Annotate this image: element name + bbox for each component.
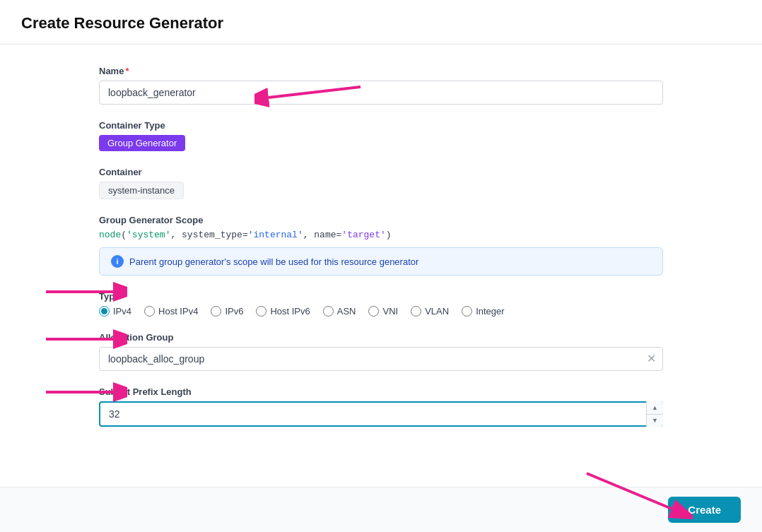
scope-group: Group Generator Scope node('system', sys…: [99, 215, 663, 276]
name-group: Name*: [99, 66, 663, 105]
create-button[interactable]: Create: [668, 497, 741, 523]
type-radio-group: IPv4 Host IPv4 IPv6 Host IPv6 ASN: [99, 306, 663, 317]
info-text: Parent group generator's scope will be u…: [129, 256, 418, 267]
radio-ipv6[interactable]: IPv6: [211, 306, 243, 317]
alloc-group-input[interactable]: [99, 347, 663, 371]
radio-ipv4[interactable]: IPv4: [99, 306, 131, 317]
radio-vni[interactable]: VNI: [368, 306, 398, 317]
container-type-label: Container Type: [99, 120, 663, 131]
alloc-group-label: Allocation Group: [99, 332, 663, 343]
subnet-prefix-input-wrap: ▲ ▼: [99, 401, 663, 427]
subnet-prefix-group: Subnet Prefix Length ▲ ▼: [99, 386, 663, 427]
scope-text: node('system', system_type='internal', n…: [99, 230, 663, 240]
page-header: Create Resource Generator: [0, 0, 762, 45]
type-label: Type: [99, 291, 663, 302]
container-label: Container: [99, 167, 663, 177]
name-label: Name*: [99, 66, 663, 76]
form-area: Name* Container Type Group Generator Con…: [0, 45, 762, 463]
radio-integer[interactable]: Integer: [462, 306, 504, 317]
footer: Create: [0, 487, 762, 532]
alloc-group-clear-button[interactable]: ✕: [647, 353, 656, 365]
spin-up-button[interactable]: ▲: [647, 401, 663, 415]
info-icon: i: [111, 255, 124, 268]
page-title: Create Resource Generator: [21, 14, 741, 32]
page-container: Create Resource Generator Name* Containe…: [0, 0, 762, 532]
radio-vlan[interactable]: VLAN: [411, 306, 449, 317]
radio-host-ipv6[interactable]: Host IPv6: [256, 306, 310, 317]
alloc-group-input-wrap: ✕: [99, 347, 663, 371]
spin-down-button[interactable]: ▼: [647, 415, 663, 427]
container-type-badge: Group Generator: [99, 135, 185, 151]
subnet-prefix-label: Subnet Prefix Length: [99, 386, 663, 397]
info-box: i Parent group generator's scope will be…: [99, 247, 663, 276]
container-type-group: Container Type Group Generator: [99, 120, 663, 151]
radio-asn[interactable]: ASN: [323, 306, 356, 317]
subnet-prefix-spinners: ▲ ▼: [646, 401, 663, 427]
scope-label: Group Generator Scope: [99, 215, 663, 225]
container-badge: system-instance: [99, 182, 184, 199]
subnet-prefix-input[interactable]: [99, 401, 663, 427]
alloc-group-group: Allocation Group ✕: [99, 332, 663, 371]
type-group: Type IPv4 Host IPv4 IPv6 Host IPv6: [99, 291, 663, 317]
container-group: Container system-instance: [99, 167, 663, 199]
name-input[interactable]: [99, 81, 663, 105]
radio-host-ipv4[interactable]: Host IPv4: [144, 306, 198, 317]
